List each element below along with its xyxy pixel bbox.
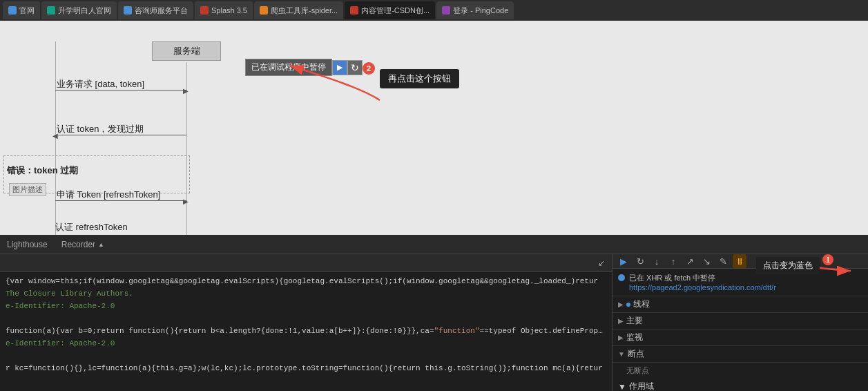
devtools-tabs: Lighthouse Recorder ▲ (0, 235, 868, 254)
badge-2: 2 (363, 62, 375, 75)
img-desc-box: 图片描述 (9, 183, 46, 196)
main-label: 主要 (626, 315, 643, 327)
step-over-button[interactable]: ↻ (347, 60, 363, 75)
chevron-right-icon: ▶ (618, 317, 624, 325)
thread-label: 线程 (633, 298, 650, 310)
tab-pingcode[interactable]: 登录 - PingCode (436, 1, 514, 19)
code-line-7 (6, 350, 606, 362)
chevron-down-icon: ▼ (618, 350, 625, 358)
scope-label: 作用域 (629, 381, 654, 391)
code-line-2: The Closure Library Authors. (6, 287, 606, 300)
refresh-label: 申请 Token [refreshToken] (57, 189, 160, 201)
devtools-area: Lighthouse Recorder ▲ ↙ {var window=this… (0, 235, 868, 391)
main-area: 服务端 ▶ 业务请求 [data, token] ◀ 认证 token，发现过期… (0, 21, 868, 391)
tab-guanwang[interactable]: 官网 (3, 1, 40, 19)
tab-favicon (350, 6, 358, 15)
server-label: 服务端 (173, 45, 200, 57)
code-panel: ↙ {var window=this;if(window.googletag&&… (0, 254, 613, 391)
diagram-area: 服务端 ▶ 业务请求 [data, token] ◀ 认证 token，发现过期… (0, 21, 868, 235)
section-main[interactable]: ▶ 主要 (613, 313, 868, 330)
tab-csdn[interactable]: 内容管理-CSDN创... (345, 1, 435, 19)
section-breakpoints[interactable]: ▼ 断点 (613, 346, 868, 363)
breakpoints-label: 断点 (628, 348, 644, 360)
xhr-notice: 已在 XHR 或 fetch 中暂停 https://pagead2.googl… (613, 269, 868, 296)
diagram-content: 服务端 ▶ 业务请求 [data, token] ◀ 认证 token，发现过期… (0, 21, 868, 235)
devtools-tooltip: 点击变为蓝色 (756, 257, 820, 274)
section-watch[interactable]: ▶ 监视 (613, 330, 868, 346)
code-line-3: e-Identifier: Apache-2.0 (6, 300, 606, 312)
tab-favicon (47, 6, 55, 15)
resume-dbg-button[interactable]: ▶ (617, 254, 630, 268)
code-lines: {var window=this;if(window.googletag&&go… (0, 272, 612, 377)
tab-lighthouse[interactable]: Lighthouse (6, 237, 49, 252)
thread-dot (626, 303, 630, 307)
step-out-button[interactable]: ↑ (666, 254, 680, 268)
tab-label: 官网 (19, 6, 35, 16)
request-label: 业务请求 [data, token] (57, 78, 144, 90)
code-line-8: r kc=function(){},lc=function(a){this.g=… (6, 362, 606, 374)
section-thread[interactable]: ▶ 线程 (613, 296, 868, 313)
step-button[interactable]: ↗ (683, 254, 697, 268)
tab-zixun[interactable]: 咨询师服务平台 (118, 1, 193, 19)
tab-spider[interactable]: 爬虫工具库-spider... (254, 1, 343, 19)
recorder-icon: ▲ (98, 241, 104, 248)
tab-splash[interactable]: Splash 3.5 (195, 1, 253, 19)
tab-favicon (8, 6, 17, 15)
debugger-panel: ▶ ↻ ↓ ↑ ↗ ↘ ✎ ⏸ 已在 XHR 或 fetch 中暂停 https… (613, 254, 868, 391)
auth-label: 认证 token，发现过期 (57, 123, 144, 135)
debug-paused-label: 已在调试程序中暂停 (245, 59, 332, 76)
code-line-1: {var window=this;if(window.googletag&&go… (6, 275, 606, 287)
chevron-right-icon: ▶ (618, 334, 624, 341)
code-line-4 (6, 312, 606, 325)
xhr-url: https://pagead2.googlesyndication.com/dt… (629, 283, 776, 292)
debug-toolbar: 已在调试程序中暂停 ▶ ↻ (245, 59, 363, 76)
step-into-button[interactable]: ↓ (650, 254, 664, 268)
tab-label: 内容管理-CSDN创... (361, 6, 430, 16)
tab-recorder[interactable]: Recorder ▲ (60, 237, 106, 252)
xhr-dot (618, 274, 625, 281)
badge-1: 1 (822, 254, 833, 265)
no-breakpoints-text: 无断点 (613, 363, 868, 379)
section-scope[interactable]: ▼ 作用域 (613, 379, 868, 391)
tab-favicon (442, 6, 450, 15)
pause-button[interactable]: ⏸ (733, 254, 746, 268)
tab-label: 咨询师服务平台 (135, 6, 188, 16)
tab-shengxue[interactable]: 升学明白人官网 (41, 1, 117, 19)
chevron-right-icon: ▶ (618, 301, 624, 308)
edit-button[interactable]: ✎ (716, 254, 730, 268)
tab-favicon (260, 6, 268, 15)
tab-label: Splash 3.5 (211, 6, 247, 15)
browser-tab-bar: 官网 升学明白人官网 咨询师服务平台 Splash 3.5 爬虫工具库-spid… (0, 0, 868, 21)
diagram-tooltip: 再点击这个按钮 (380, 69, 459, 88)
code-line-5: function(a){var b=0;return function(){re… (6, 325, 606, 337)
code-toolbar: ↙ (0, 254, 612, 272)
watch-label: 监视 (626, 332, 643, 343)
deactivate-button[interactable]: ↘ (700, 254, 713, 268)
resume-button[interactable]: ▶ (332, 60, 347, 75)
tab-label: 登录 - PingCode (453, 6, 508, 16)
step-over-dbg-button[interactable]: ↻ (633, 254, 647, 268)
server-box: 服务端 (152, 41, 221, 61)
chevron-down-icon: ▼ (618, 382, 626, 391)
tab-favicon (200, 6, 209, 15)
devtools-body: ↙ {var window=this;if(window.googletag&&… (0, 254, 868, 391)
refreshtoken-label: 认证 refreshToken (55, 221, 128, 233)
tab-favicon (124, 6, 132, 15)
tab-label: 爬虫工具库-spider... (271, 6, 338, 16)
format-button[interactable]: ↙ (595, 257, 608, 269)
tab-label: 升学明白人官网 (58, 6, 111, 16)
code-line-6: e-Identifier: Apache-2.0 (6, 337, 606, 350)
xhr-label: 已在 XHR 或 fetch 中暂停 (629, 273, 776, 283)
